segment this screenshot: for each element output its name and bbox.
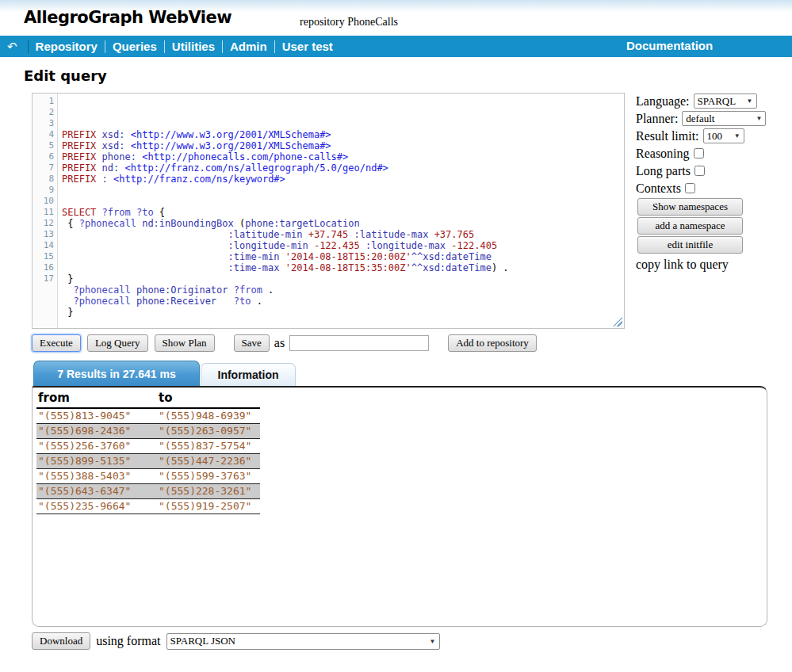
code-token: { xyxy=(62,218,79,229)
back-arrow-icon[interactable]: ↶ xyxy=(7,40,17,54)
code-token xyxy=(280,262,285,273)
save-name-input[interactable] xyxy=(289,335,429,351)
nav-item-repository[interactable]: Repository xyxy=(36,40,98,53)
code-token xyxy=(96,174,101,185)
download-format-select[interactable]: SPARQL JSON ▼ xyxy=(166,633,440,650)
code-token xyxy=(62,296,73,307)
show-plan-button[interactable]: Show Plan xyxy=(155,334,215,352)
line-number: 13 xyxy=(33,229,54,240)
edit-initfile-button[interactable]: edit initfile xyxy=(637,236,743,254)
table-cell: "(555)599-3763" xyxy=(157,469,260,484)
code-token: +37.745 xyxy=(308,229,349,240)
code-line: SELECT ?from ?to { xyxy=(62,207,624,218)
code-token: <http://www.w3.org/2001/XMLSchema#> xyxy=(131,140,331,151)
code-token xyxy=(302,229,308,240)
table-row: "(555)388-5403""(555)599-3763" xyxy=(36,469,260,484)
line-number: 7 xyxy=(33,162,54,174)
nav-item-utilities[interactable]: Utilities xyxy=(172,40,215,53)
query-editor[interactable]: 1234567891011121314151617 PREFIX xsd: <h… xyxy=(32,93,625,329)
language-label: Language: xyxy=(636,94,690,109)
nav-separator xyxy=(274,40,275,53)
line-number: 10 xyxy=(33,196,54,207)
language-select[interactable]: SPARQL ▼ xyxy=(694,94,757,109)
table-cell: "(555)948-6939" xyxy=(157,408,260,424)
table-cell: "(555)643-6347" xyxy=(36,484,157,499)
code-token: :latitude-max xyxy=(354,229,428,240)
code-line: :time-min '2014-08-18T15:20:00Z'^^xsd:da… xyxy=(62,251,624,262)
nav-item-queries[interactable]: Queries xyxy=(113,40,157,53)
table-cell: "(555)228-3261" xyxy=(157,484,260,499)
add-to-repository-button[interactable]: Add to repository xyxy=(448,334,537,352)
code-token: ?from xyxy=(102,207,131,218)
code-line: } xyxy=(62,307,624,318)
reasoning-checkbox[interactable] xyxy=(694,148,704,158)
code-token: ?phonecall xyxy=(73,296,130,307)
code-token: ( xyxy=(234,218,245,229)
log-query-button[interactable]: Log Query xyxy=(87,334,148,352)
long-parts-checkbox[interactable] xyxy=(694,166,705,176)
code-token: '2014-08-18T15:35:00Z' xyxy=(285,262,411,273)
column-header-to: to xyxy=(157,390,260,408)
table-cell: "(555)256-3760" xyxy=(36,439,157,454)
nav-separator xyxy=(222,40,223,53)
planner-select[interactable]: default ▼ xyxy=(682,111,766,126)
line-number: 8 xyxy=(33,174,54,185)
nav-item-documentation[interactable]: Documentation xyxy=(626,39,713,52)
code-token xyxy=(131,284,136,296)
code-token: ?from xyxy=(234,284,262,296)
code-token: xsd: xyxy=(102,129,125,140)
code-token: ^^xsd:dateTime xyxy=(411,262,492,273)
code-token xyxy=(308,240,314,251)
download-button[interactable]: Download xyxy=(32,632,90,650)
code-token xyxy=(125,140,131,151)
code-token: <http://franz.com/ns/allegrograph/5.0/ge… xyxy=(125,162,388,174)
execute-button[interactable]: Execute xyxy=(32,334,81,352)
nav-item-admin[interactable]: Admin xyxy=(230,40,267,53)
code-token xyxy=(360,240,365,251)
code-token: nd:inBoundingBox xyxy=(142,218,234,229)
nav-item-user-test[interactable]: User test xyxy=(282,40,333,53)
code-token: . xyxy=(251,296,262,307)
table-cell: "(555)235-9664" xyxy=(36,499,157,514)
line-number: 6 xyxy=(33,151,54,162)
editor-code[interactable]: PREFIX xsd: <http://www.w3.org/2001/XMLS… xyxy=(58,94,624,328)
code-line xyxy=(62,196,624,207)
code-token xyxy=(62,284,73,296)
code-token xyxy=(216,296,234,307)
line-number: 2 xyxy=(33,107,54,118)
code-token: ) . xyxy=(492,262,509,273)
contexts-checkbox[interactable] xyxy=(685,183,695,193)
nav-separator xyxy=(28,40,29,53)
query-options-panel: Language: SPARQL ▼ Planner: default ▼ Re… xyxy=(636,93,767,272)
tab-results[interactable]: 7 Results in 27.641 ms xyxy=(33,361,200,386)
save-as-label: as xyxy=(274,336,285,350)
table-cell: "(555)263-0957" xyxy=(157,424,260,439)
code-token: <http://phonecalls.com/phone-calls#> xyxy=(142,151,348,162)
save-button[interactable]: Save xyxy=(234,334,270,352)
results-header-row: fromto xyxy=(36,390,260,408)
code-line: PREFIX xsd: <http://www.w3.org/2001/XMLS… xyxy=(62,129,624,140)
code-token: :time-min xyxy=(228,251,280,262)
result-limit-select[interactable]: 100 ▼ xyxy=(703,128,744,143)
chevron-down-icon: ▼ xyxy=(756,115,762,122)
tab-information[interactable]: Information xyxy=(201,363,296,386)
code-token xyxy=(131,296,136,307)
table-row: "(555)698-2436""(555)263-0957" xyxy=(36,424,260,439)
code-token xyxy=(125,129,131,140)
table-row: "(555)235-9664""(555)919-2507" xyxy=(36,499,260,514)
nav-separator xyxy=(164,40,165,53)
resize-handle-icon[interactable] xyxy=(613,317,622,326)
code-token xyxy=(119,162,124,174)
code-token xyxy=(62,262,228,273)
code-token xyxy=(62,229,228,240)
code-token: ^^xsd:dateTime xyxy=(411,251,492,262)
code-token: ?to xyxy=(136,207,154,218)
code-token: <http://franz.com/ns/keyword#> xyxy=(113,174,285,185)
planner-value: default xyxy=(686,113,714,125)
copy-link-to-query[interactable]: copy link to query xyxy=(636,258,767,272)
code-token xyxy=(280,251,285,262)
show-namespaces-button[interactable]: Show namespaces xyxy=(637,198,743,216)
code-line: ?phonecall phone:Originator ?from . xyxy=(62,284,624,296)
planner-label: Planner: xyxy=(636,112,678,126)
add-namespace-button[interactable]: add a namespace xyxy=(637,217,743,235)
